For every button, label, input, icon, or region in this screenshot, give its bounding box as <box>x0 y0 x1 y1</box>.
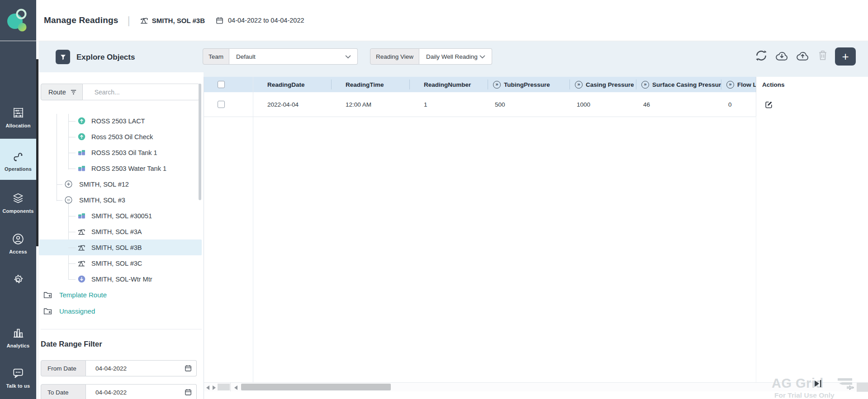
calendar-icon <box>216 17 223 24</box>
tree-search-input[interactable] <box>83 84 199 100</box>
tree-item[interactable]: Ross 2503 Oil Check <box>39 129 202 145</box>
chevron-down-icon <box>479 55 485 59</box>
tank-icon <box>78 164 85 172</box>
folder-plus-icon <box>43 291 52 299</box>
grid-header-row: ReadingDate ReadingTime ReadingNumber »T… <box>204 77 756 92</box>
explore-filter-button[interactable] <box>56 50 70 64</box>
download-button[interactable] <box>775 50 789 62</box>
selected-well-name: SMITH, SOL #3B <box>152 17 205 24</box>
edit-row-button[interactable] <box>764 100 773 109</box>
scroll-left-arrow[interactable] <box>234 385 237 390</box>
sidebar: Allocation Operations Components <box>0 41 36 399</box>
sidebar-item-components[interactable]: Components <box>0 188 36 218</box>
column-expand-icon[interactable]: » <box>575 81 583 89</box>
column-header-readingnumber[interactable]: ReadingNumber <box>409 77 488 92</box>
sidebar-item-label: Analytics <box>0 343 36 348</box>
cell-actions <box>756 92 868 117</box>
select-all-cell <box>204 77 253 92</box>
column-header-casingpressure[interactable]: »Casing Pressure <box>569 77 636 92</box>
route-icon <box>0 150 36 164</box>
calendar-icon[interactable] <box>185 389 192 396</box>
sidebar-item-talk-to-us[interactable]: Talk to us <box>0 362 36 392</box>
column-expand-icon[interactable]: » <box>641 81 649 89</box>
template-route-link[interactable]: Template Route <box>43 287 107 302</box>
column-header-readingtime[interactable]: ReadingTime <box>331 77 409 92</box>
sidebar-item-operations[interactable]: Operations <box>0 139 36 180</box>
column-expand-icon[interactable]: » <box>493 81 501 89</box>
cell-tubingpressure: 500 <box>488 92 569 117</box>
scroll-right-arrow[interactable] <box>213 385 216 390</box>
tree-item[interactable]: SMITH, SOL #30051 <box>39 208 202 224</box>
to-date-input[interactable] <box>95 389 146 396</box>
panel-divider <box>41 329 202 329</box>
tree-item[interactable]: SMITH, SOL #3A <box>39 224 202 239</box>
tree-item[interactable]: SMITH, SOL #3 <box>39 192 202 208</box>
sidebar-item-access[interactable]: Access <box>0 228 36 258</box>
pinned-right-border <box>756 117 756 382</box>
column-header-readingdate[interactable]: ReadingDate <box>253 77 331 92</box>
cell-casingpressure: 1000 <box>569 92 636 117</box>
pumpjack-icon <box>78 228 85 235</box>
cell-flowline: 0 <box>721 92 756 117</box>
tree-item[interactable]: SMITH, SOL #3C <box>39 255 202 271</box>
calendar-icon[interactable] <box>185 365 192 372</box>
pinned-left-border <box>253 77 253 382</box>
chevron-down-icon <box>345 55 351 59</box>
column-header-tubingpressure[interactable]: »TubingPressure <box>488 77 569 92</box>
to-date-label: To Date <box>41 384 86 399</box>
scroll-left-arrow[interactable] <box>206 385 209 390</box>
sidebar-item-analytics[interactable]: Analytics <box>0 322 36 352</box>
pinned-scrollbar-thumb[interactable] <box>218 384 230 390</box>
watermark-cursor-icon <box>814 380 824 388</box>
tree-item-selected[interactable]: SMITH, SOL #3B <box>39 239 202 255</box>
from-date-input[interactable] <box>95 365 146 372</box>
tree-item[interactable]: ROSS 2503 LACT <box>39 113 202 129</box>
panel-scrollbar-thumb[interactable] <box>199 84 201 200</box>
from-date-control: From Date <box>41 360 197 376</box>
bar-chart-icon <box>0 327 36 341</box>
upload-button[interactable] <box>796 50 810 62</box>
route-search-bar: Route <box>41 84 199 100</box>
app-logo[interactable] <box>0 0 36 41</box>
route-label: Route <box>48 89 66 96</box>
logo-icon <box>6 7 30 33</box>
explore-objects-title: Explore Objects <box>76 53 135 62</box>
reading-view-selected-value: Daily Well Reading <box>426 53 478 60</box>
trash-icon <box>818 50 828 61</box>
column-header-flowline[interactable]: »Flow Line <box>721 77 756 92</box>
horizontal-scrollbar-thumb[interactable] <box>241 384 391 390</box>
horizontal-scrollbar[interactable] <box>204 382 868 391</box>
tree-item[interactable]: ROSS 2503 Water Tank 1 <box>39 160 202 176</box>
select-all-checkbox[interactable] <box>218 81 225 88</box>
sidebar-item-allocation[interactable]: Allocation <box>0 102 36 134</box>
page-title: Manage Readings <box>44 15 119 25</box>
sidebar-settings-button[interactable] <box>0 273 36 288</box>
pumpjack-icon <box>140 16 148 24</box>
sidebar-item-label: Allocation <box>0 123 36 128</box>
reading-view-select[interactable]: Daily Well Reading <box>419 48 492 65</box>
grid-data-row[interactable]: 2022-04-04 12:00 AM 1 500 1000 46 0 <box>204 92 756 117</box>
sidebar-scrollbar-thumb[interactable] <box>36 59 38 246</box>
refresh-button[interactable] <box>755 49 768 62</box>
tree-item[interactable]: SMITH, SOL-Wtr Mtr <box>39 271 202 287</box>
row-select-cell <box>204 92 253 117</box>
chat-icon <box>0 367 36 381</box>
cell-readingtime: 12:00 AM <box>331 92 409 117</box>
column-expand-icon[interactable]: » <box>726 81 734 89</box>
tree-item[interactable]: ROSS 2503 Oil Tank 1 <box>39 145 202 160</box>
collapse-minus-icon[interactable] <box>65 196 72 204</box>
delete-button[interactable] <box>818 50 828 61</box>
row-checkbox[interactable] <box>218 101 225 108</box>
route-filter-button[interactable]: Route <box>41 84 83 100</box>
expand-plus-icon[interactable] <box>65 180 72 188</box>
add-reading-button[interactable]: + <box>835 47 856 66</box>
reading-view-label: Reading View <box>370 48 419 65</box>
scrollbar-corner <box>857 383 868 392</box>
column-header-surfacecasingpressure[interactable]: »Surface Casing Pressure <box>636 77 721 92</box>
meter-icon <box>78 133 85 141</box>
tree-item[interactable]: SMITH, SOL #12 <box>39 176 202 192</box>
readings-grid: ReadingDate ReadingTime ReadingNumber »T… <box>204 77 868 399</box>
unassigned-link[interactable]: Unassigned <box>43 304 95 319</box>
sidebar-item-label: Talk to us <box>0 383 36 389</box>
team-select[interactable]: Default <box>229 48 358 65</box>
